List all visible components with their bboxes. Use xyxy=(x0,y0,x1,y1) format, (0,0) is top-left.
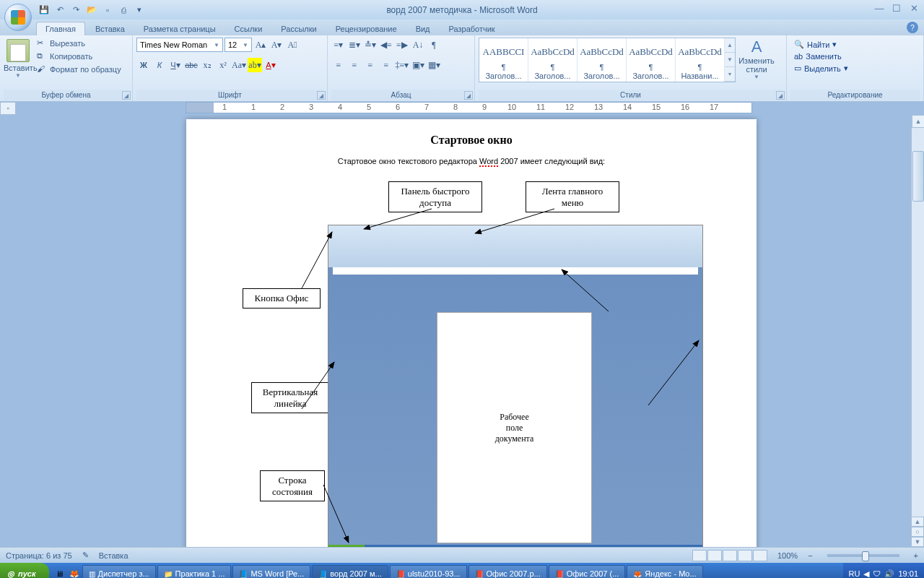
clipboard-launcher[interactable]: ◢ xyxy=(122,91,131,100)
ql-firefox-icon[interactable]: 🦊 xyxy=(68,567,81,578)
office-button[interactable] xyxy=(4,4,32,31)
page-indicator[interactable]: Страница: 6 из 75 xyxy=(6,551,72,560)
scroll-up-icon[interactable]: ▲ xyxy=(912,115,924,128)
qat-undo-icon[interactable]: ↶ xyxy=(53,4,66,17)
ql-desktop-icon[interactable]: 🖥 xyxy=(53,567,66,578)
tray-icon[interactable]: 🛡 xyxy=(873,569,881,578)
fullscreen-view[interactable] xyxy=(707,550,722,561)
tab-home[interactable]: Главная xyxy=(36,22,85,35)
qat-open-icon[interactable]: 📂 xyxy=(85,4,98,17)
strike-button[interactable]: abc xyxy=(184,58,199,72)
font-name-combo[interactable]: Times New Roman▼ xyxy=(136,38,223,52)
qat-save-icon[interactable]: 💾 xyxy=(38,4,51,17)
zoom-level[interactable]: 100% xyxy=(777,551,798,560)
change-styles-button[interactable]: A Изменить стили▼ xyxy=(738,38,775,80)
align-left-button[interactable]: ≡ xyxy=(331,58,346,72)
numbering-button[interactable]: ≣▾ xyxy=(347,38,362,52)
zoom-in-button[interactable]: + xyxy=(914,551,918,560)
draft-view[interactable] xyxy=(753,550,767,561)
grow-font-button[interactable]: A▴ xyxy=(253,38,268,52)
copy-button[interactable]: ⧉Копировать xyxy=(35,51,123,62)
taskbar-task[interactable]: 📘 ворд 2007 м... xyxy=(312,565,388,578)
align-center-button[interactable]: ≡ xyxy=(347,58,362,72)
taskbar-task[interactable]: ▥ Диспетчер з... xyxy=(82,565,156,578)
zoom-slider[interactable] xyxy=(827,554,899,557)
styles-scroll[interactable]: ▲▼▾ xyxy=(725,38,735,82)
help-icon[interactable]: ? xyxy=(907,22,918,33)
document-area[interactable]: Стартовое окно Стартовое окно текстового… xyxy=(0,115,924,547)
ruler-toggle[interactable]: ▫ xyxy=(0,102,16,115)
style-item[interactable]: AABBCCI¶ Заголов... xyxy=(479,38,528,82)
taskbar-task[interactable]: 📁 Практика 1 ... xyxy=(157,565,232,578)
tray-icon[interactable]: 🔊 xyxy=(884,569,894,579)
taskbar-task[interactable]: 🦊 Яндекс - Mo... xyxy=(627,565,702,578)
qat-redo-icon[interactable]: ↷ xyxy=(69,4,82,17)
subscript-button[interactable]: x₂ xyxy=(200,58,214,72)
align-right-button[interactable]: ≡ xyxy=(363,58,378,72)
select-button[interactable]: ▭Выделить ▾ xyxy=(792,63,918,74)
scroll-thumb[interactable] xyxy=(912,151,924,202)
print-layout-view[interactable] xyxy=(692,550,707,561)
taskbar-task[interactable]: 📕 ulstu2010-93... xyxy=(390,565,467,578)
lang-indicator[interactable]: RU xyxy=(849,569,860,578)
browse-button[interactable]: ○ xyxy=(911,527,924,537)
vertical-scrollbar[interactable]: ▲ ▼ xyxy=(911,115,924,547)
shrink-font-button[interactable]: A▾ xyxy=(269,38,284,52)
tab-review[interactable]: Рецензирование xyxy=(327,22,406,35)
taskbar-task[interactable]: 📘 MS Word [Ре... xyxy=(232,565,310,578)
font-color-button[interactable]: A▾ xyxy=(263,58,278,72)
maximize-button[interactable]: ☐ xyxy=(891,3,902,13)
spellcheck-icon[interactable]: ✎ xyxy=(82,551,89,560)
font-size-combo[interactable]: 12▼ xyxy=(225,38,252,52)
qat-dropdown-icon[interactable]: ▾ xyxy=(133,4,146,17)
format-painter-button[interactable]: 🖌Формат по образцу xyxy=(35,64,123,75)
shading-button[interactable]: ▣▾ xyxy=(411,58,425,72)
style-item[interactable]: AaBbCcDd¶ Заголов... xyxy=(578,38,627,82)
paragraph-launcher[interactable]: ◢ xyxy=(464,91,473,100)
taskbar-task[interactable]: 📕 Офис 2007 (... xyxy=(549,565,626,578)
paste-button[interactable]: Вставить ▼ xyxy=(4,38,32,79)
justify-button[interactable]: ≡ xyxy=(379,58,393,72)
tray-icon[interactable]: ◀ xyxy=(863,569,869,579)
tab-page-layout[interactable]: Разметка страницы xyxy=(135,22,225,35)
increase-indent-button[interactable]: ≡▶ xyxy=(395,38,409,52)
start-button[interactable]: ◎пуск xyxy=(0,563,49,578)
cut-button[interactable]: ✂Вырезать xyxy=(35,38,123,49)
highlight-button[interactable]: ab▾ xyxy=(248,58,262,72)
tab-mailings[interactable]: Рассылки xyxy=(272,22,325,35)
tab-references[interactable]: Ссылки xyxy=(226,22,271,35)
italic-button[interactable]: К xyxy=(152,58,167,72)
replace-button[interactable]: abЗаменить xyxy=(792,51,918,61)
decrease-indent-button[interactable]: ◀≡ xyxy=(379,38,393,52)
show-marks-button[interactable]: ¶ xyxy=(427,38,441,52)
style-item[interactable]: AaBbCcDd¶ Заголов... xyxy=(627,38,676,82)
style-item[interactable]: AaBbCcDd¶ Названи... xyxy=(676,38,725,82)
style-item[interactable]: AaBbCcDd¶ Заголов... xyxy=(528,38,578,82)
tab-developer[interactable]: Разработчик xyxy=(440,22,504,35)
borders-button[interactable]: ▦▾ xyxy=(427,58,441,72)
styles-launcher[interactable]: ◢ xyxy=(776,91,785,100)
qat-new-icon[interactable]: ▫ xyxy=(101,4,114,17)
line-spacing-button[interactable]: ‡≡▾ xyxy=(395,58,409,72)
system-tray[interactable]: RU ◀ 🛡 🔊 19:01 xyxy=(843,563,924,578)
sort-button[interactable]: A↓ xyxy=(411,38,425,52)
bold-button[interactable]: Ж xyxy=(136,58,151,72)
multilevel-button[interactable]: ≛▾ xyxy=(363,38,378,52)
change-case-button[interactable]: Aa▾ xyxy=(232,58,246,72)
qat-print-icon[interactable]: ⎙ xyxy=(117,4,130,17)
styles-gallery[interactable]: AABBCCI¶ Заголов... AaBbCcDd¶ Заголов...… xyxy=(479,38,736,82)
font-launcher[interactable]: ◢ xyxy=(317,91,326,100)
horizontal-ruler[interactable]: 11234567891011121314151617 xyxy=(186,102,752,113)
close-button[interactable]: ✕ xyxy=(908,3,920,13)
next-page-button[interactable]: ▼ xyxy=(911,537,924,547)
zoom-out-button[interactable]: − xyxy=(808,551,812,560)
tab-view[interactable]: Вид xyxy=(407,22,439,35)
tab-insert[interactable]: Вставка xyxy=(87,22,134,35)
superscript-button[interactable]: x² xyxy=(216,58,230,72)
insert-mode[interactable]: Вставка xyxy=(99,551,128,560)
find-button[interactable]: 🔍Найти ▾ xyxy=(792,39,918,50)
clear-format-button[interactable]: Aͯ xyxy=(285,38,300,52)
bullets-button[interactable]: ≡▾ xyxy=(331,38,346,52)
taskbar-task[interactable]: 📕 Офис 2007.p... xyxy=(468,565,547,578)
outline-view[interactable] xyxy=(738,550,752,561)
